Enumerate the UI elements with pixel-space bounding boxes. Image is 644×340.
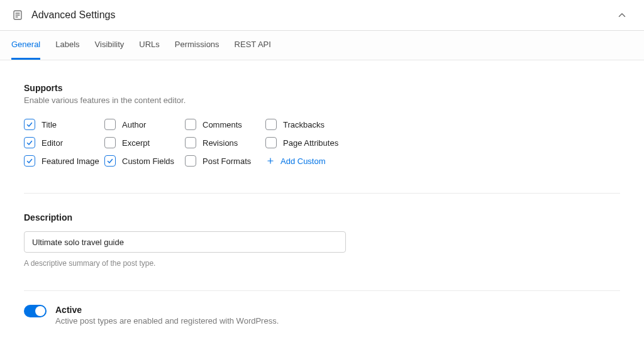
check-icon	[185, 137, 196, 148]
supports-subtitle: Enable various features in the content e…	[24, 96, 620, 105]
active-description: Active post types are enabled and regist…	[55, 316, 279, 326]
active-label: Active	[55, 305, 279, 315]
checkbox-label: Author	[122, 120, 146, 129]
checkbox-label: Excerpt	[122, 138, 150, 148]
active-toggle[interactable]	[24, 305, 47, 317]
tab-labels[interactable]: Labels	[55, 31, 79, 60]
active-text: Active Active post types are enabled and…	[55, 305, 279, 326]
checkbox-comments[interactable]: Comments	[185, 119, 265, 130]
checkbox-label: Revisions	[203, 138, 238, 148]
plus-icon	[265, 156, 275, 166]
divider	[24, 193, 620, 194]
supports-title: Supports	[24, 83, 620, 93]
tab-general[interactable]: General	[11, 31, 40, 60]
check-icon	[24, 119, 35, 130]
checkbox-label: Page Attributes	[283, 138, 338, 148]
checkbox-label: Comments	[203, 120, 242, 129]
supports-grid: Title Author Comments Trackbacks Editor	[24, 119, 620, 167]
check-icon	[104, 137, 116, 148]
description-help: A descriptive summary of the post type.	[24, 259, 620, 268]
add-custom-label: Add Custom	[280, 156, 326, 166]
checkbox-title[interactable]: Title	[24, 119, 104, 130]
divider	[24, 290, 620, 291]
checkbox-label: Custom Fields	[122, 156, 174, 166]
toggle-knob	[35, 306, 45, 316]
check-icon	[24, 137, 35, 148]
checkbox-label: Featured Image	[42, 156, 99, 166]
checkbox-page-attributes[interactable]: Page Attributes	[265, 137, 360, 148]
checkbox-editor[interactable]: Editor	[24, 137, 104, 148]
description-input[interactable]	[24, 231, 346, 253]
chevron-up-icon[interactable]	[616, 9, 628, 21]
content-area: Supports Enable various features in the …	[0, 60, 644, 340]
add-custom-button[interactable]: Add Custom	[265, 155, 360, 167]
check-icon	[104, 119, 116, 130]
checkbox-revisions[interactable]: Revisions	[185, 137, 265, 148]
check-icon	[185, 119, 196, 130]
checkbox-featured-image[interactable]: Featured Image	[24, 155, 104, 167]
checkbox-trackbacks[interactable]: Trackbacks	[265, 119, 360, 130]
checkbox-post-formats[interactable]: Post Formats	[185, 155, 265, 167]
description-title: Description	[24, 212, 620, 222]
tab-permissions[interactable]: Permissions	[175, 31, 219, 60]
tab-visibility[interactable]: Visibility	[95, 31, 125, 60]
check-icon	[265, 137, 277, 148]
checkbox-author[interactable]: Author	[104, 119, 185, 130]
checkbox-label: Editor	[42, 138, 63, 148]
check-icon	[265, 119, 277, 130]
checkbox-label: Title	[42, 120, 57, 129]
tabs: General Labels Visibility URLs Permissio…	[0, 31, 644, 60]
checkbox-label: Trackbacks	[283, 120, 325, 129]
panel-header: Advanced Settings	[0, 0, 644, 31]
check-icon	[185, 155, 196, 167]
checkbox-label: Post Formats	[203, 156, 251, 166]
check-icon	[104, 155, 116, 167]
check-icon	[24, 155, 35, 167]
tab-rest-api[interactable]: REST API	[235, 31, 271, 60]
header-left: Advanced Settings	[11, 9, 115, 21]
page-title: Advanced Settings	[31, 9, 115, 21]
checkbox-custom-fields[interactable]: Custom Fields	[104, 155, 185, 167]
document-icon	[11, 9, 24, 21]
tab-urls[interactable]: URLs	[139, 31, 160, 60]
active-row: Active Active post types are enabled and…	[24, 305, 620, 326]
checkbox-excerpt[interactable]: Excerpt	[104, 137, 185, 148]
